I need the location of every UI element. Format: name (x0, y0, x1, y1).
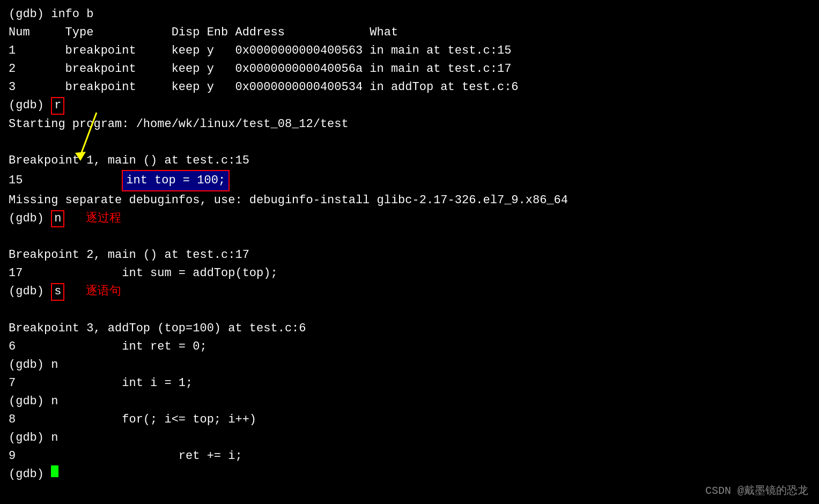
annotation-zhuoguocheng: 逐过程 (86, 210, 121, 228)
line-bp1-hit: Breakpoint 1, main () at test.c:15 (9, 152, 810, 170)
line-missing: Missing separate debuginfos, use: debugi… (9, 191, 810, 210)
line-starting: Starting program: /home/wk/linux/test_08… (9, 115, 810, 134)
line-blank2 (9, 228, 810, 246)
line-gdb-info-b: (gdb) info b (9, 5, 810, 24)
line-gdb-s-annotated: (gdb) s 逐语句 (9, 283, 810, 301)
text-bp1-hit: Breakpoint 1, main () at test.c:15 (9, 152, 249, 170)
svg-line-0 (80, 113, 97, 155)
line-gdb-n-annotated: (gdb) n 逐过程 (9, 210, 810, 228)
line-blank3 (9, 301, 810, 320)
line-bp3: 3 breakpoint keep y 0x0000000000400534 i… (9, 78, 810, 97)
text-gdb-n1: (gdb) n (9, 356, 58, 374)
line-gdb-n2: (gdb) n (9, 392, 810, 411)
text-gdb-info-b: (gdb) info b (9, 5, 93, 24)
gdb-prompt-n: (gdb) (9, 210, 51, 228)
line-bp3-hit: Breakpoint 3, addTop (top=100) at test.c… (9, 320, 810, 338)
line-gdb-r: (gdb) r (9, 97, 810, 115)
cmd-s-annotated: s (51, 283, 64, 300)
line-gdb-n1: (gdb) n (9, 356, 810, 374)
line-6: 6 int ret = 0; (9, 338, 810, 356)
annotation-zhuoyuju: 逐语句 (86, 283, 121, 301)
linenum-15: 15 (9, 172, 23, 190)
line-9: 9 ret += i; (9, 447, 810, 465)
text-bp3: 3 breakpoint keep y 0x0000000000400534 i… (9, 78, 519, 97)
text-table-header: Num Type Disp Enb Address What (9, 24, 398, 42)
space1 (64, 210, 86, 228)
line-bp2: 2 breakpoint keep y 0x000000000040056a i… (9, 60, 810, 78)
gdb-prompt-cursor: (gdb) (9, 465, 51, 484)
terminal: (gdb) info b Num Type Disp Enb Address W… (0, 0, 819, 489)
arrow-annotation (64, 107, 129, 172)
text-bp2: 2 breakpoint keep y 0x000000000040056a i… (9, 60, 511, 78)
code-int-top: int top = 100; (122, 170, 230, 191)
text-missing: Missing separate debuginfos, use: debugi… (9, 191, 568, 210)
line-bp1: 1 breakpoint keep y 0x0000000000400563 i… (9, 42, 810, 60)
text-line9: 9 ret += i; (9, 447, 242, 465)
cmd-r: r (51, 97, 64, 114)
text-line6: 6 int ret = 0; (9, 338, 207, 356)
terminal-cursor (51, 465, 58, 477)
line-15: 15 int top = 100; (9, 170, 810, 191)
line-gdb-n3: (gdb) n (9, 429, 810, 447)
text-bp1: 1 breakpoint keep y 0x0000000000400563 i… (9, 42, 511, 60)
line-blank1 (9, 134, 810, 152)
gdb-prompt-r: (gdb) (9, 97, 51, 115)
text-line7: 7 int i = 1; (9, 374, 193, 392)
line-gdb-cursor: (gdb) (9, 465, 810, 484)
text-bp2-hit: Breakpoint 2, main () at test.c:17 (9, 246, 249, 264)
svg-marker-1 (75, 152, 86, 161)
line-8: 8 for(; i<= top; i++) (9, 411, 810, 429)
line-17: 17 int sum = addTop(top); (9, 264, 810, 283)
text-line8: 8 for(; i<= top; i++) (9, 411, 256, 429)
text-gdb-n3: (gdb) n (9, 429, 58, 447)
cmd-n-annotated: n (51, 210, 64, 227)
text-line17: 17 int sum = addTop(top); (9, 264, 278, 283)
watermark-text: CSDN @戴墨镜的恐龙 (705, 485, 808, 497)
line-7: 7 int i = 1; (9, 374, 810, 392)
space2 (64, 283, 86, 301)
text-bp3-hit: Breakpoint 3, addTop (top=100) at test.c… (9, 320, 306, 338)
line-bp2-hit: Breakpoint 2, main () at test.c:17 (9, 246, 810, 264)
text-gdb-n2: (gdb) n (9, 392, 58, 411)
gdb-prompt-s: (gdb) (9, 283, 51, 301)
linenum-15-spacing (23, 172, 122, 190)
text-starting: Starting program: /home/wk/linux/test_08… (9, 115, 349, 134)
line-table-header: Num Type Disp Enb Address What (9, 24, 810, 42)
watermark: CSDN @戴墨镜的恐龙 (705, 483, 808, 498)
